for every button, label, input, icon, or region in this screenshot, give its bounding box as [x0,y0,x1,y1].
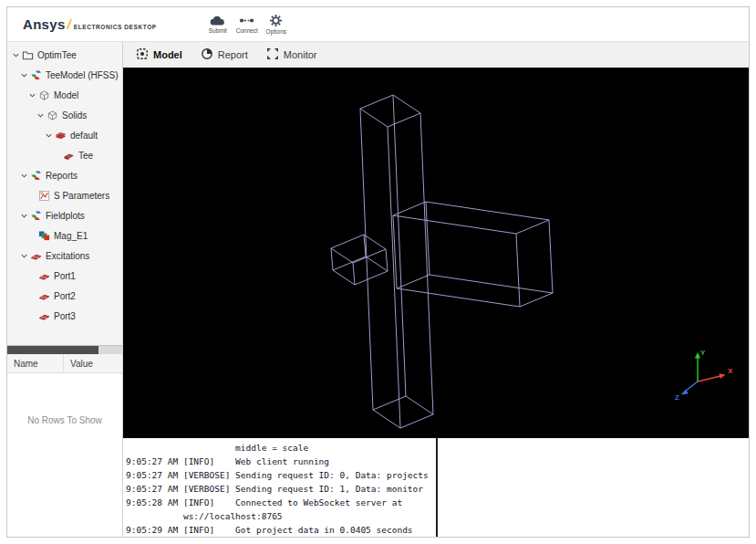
folder-icon [21,49,35,61]
submit-label: Submit [209,27,227,34]
scrollbar-thumb[interactable] [7,346,98,354]
tree-item-model[interactable]: Model [7,85,122,105]
logo-brand-text: Ansys [23,16,66,32]
tree-item-optimtee[interactable]: OptimTee [7,45,122,65]
tree-item-label: Fieldplots [46,211,85,221]
tree-item-label: OptimTee [37,50,77,60]
tree-item-fieldplots[interactable]: Fieldplots [7,205,122,225]
fieldplots-icon [29,210,43,222]
tab-model[interactable]: Model [128,42,191,68]
app-window: Ansys / ELECTRONICS DESKTOP Submit Conne… [6,6,750,538]
model-icon [136,47,149,62]
tree-item-excitations[interactable]: Excitations [7,246,122,266]
properties-empty-state: No Rows To Show [7,373,122,537]
console-log[interactable]: middle = scale9:05:27 AM [INFO] Web clie… [123,438,438,537]
fieldplot-icon [37,230,51,242]
gear-icon [269,14,283,27]
tree-item-tee[interactable]: Tee [7,145,122,165]
tree-item-label: Solids [62,110,87,120]
chevron-down-icon[interactable] [19,252,29,260]
connect-label: Connect [236,27,258,34]
tree-horizontal-scrollbar[interactable] [7,346,122,354]
tree-item-port1[interactable]: Port1 [7,266,122,286]
solids-icon [46,110,59,121]
port-icon [37,290,51,302]
options-label: Options [266,28,286,35]
logo-product-text: ELECTRONICS DESKTOP [74,24,157,30]
tree-item-label: Port1 [54,271,76,281]
chevron-down-icon[interactable] [11,51,21,59]
value-column-header: Value [64,354,93,372]
port-icon [37,270,51,282]
z-axis-label: Z [675,393,679,402]
tree-item-port2[interactable]: Port2 [7,286,122,306]
3d-viewport[interactable]: Y X Z [123,68,749,438]
properties-panel: Name Value No Rows To Show [7,345,122,537]
tree-item-label: TeeModel (HFSS) [46,70,118,80]
tree-item-label: Reports [46,171,78,181]
ansys-logo: Ansys / ELECTRONICS DESKTOP [7,16,157,32]
console-log-line: 9:05:28 AM [INFO] Connected to WebSocket… [126,496,436,509]
tree-item-label: Port3 [54,311,76,321]
monitor-frame-icon [266,47,279,62]
tab-monitor-label: Monitor [284,49,317,60]
app-header: Ansys / ELECTRONICS DESKTOP Submit Conne… [7,7,749,42]
tree-item-default[interactable]: default [7,125,122,145]
main-area: Model Report Monitor Y [123,42,749,537]
x-axis-label: X [728,367,733,375]
properties-header: Name Value [7,354,122,373]
console-log-line: ws://localhost:8765 [126,509,436,523]
view-tabbar: Model Report Monitor [123,42,749,68]
tree-item-mag-e1[interactable]: Mag_E1 [7,225,122,246]
design-icon [29,69,43,81]
tab-report[interactable]: Report [192,42,256,68]
tree-item-label: Excitations [46,251,89,261]
tab-monitor[interactable]: Monitor [258,42,326,68]
chevron-down-icon[interactable] [44,131,54,140]
tree-item-reports[interactable]: Reports [7,165,122,185]
chevron-down-icon[interactable] [19,172,29,180]
chevron-down-icon[interactable] [19,212,29,220]
tree-item-port3[interactable]: Port3 [7,306,122,326]
console-right-pane [438,438,749,537]
orientation-axes: Y X Z [675,349,733,402]
y-axis-label: Y [700,349,706,357]
tree-item-teemodel-hfss[interactable]: TeeModel (HFSS) [7,65,122,85]
tree-item-label: default [70,131,98,141]
console-log-line: 9:05:27 AM [VERBOSE] Sending request ID:… [126,468,436,482]
submit-button[interactable]: Submit [204,15,232,34]
options-button[interactable]: Options [263,14,290,35]
no-rows-text: No Rows To Show [27,415,102,537]
excitations-icon [29,250,43,262]
geometry-icon [37,89,51,101]
tree-item-label: Mag_E1 [54,231,88,241]
project-tree: OptimTeeTeeModel (HFSS)ModelSolidsdefaul… [7,42,122,345]
console-log-line: 9:05:29 AM [INFO] Got project data in 0.… [126,523,436,537]
chevron-down-icon[interactable] [36,111,46,120]
port-icon [37,310,51,322]
solid-icon [62,150,76,162]
x-axis-arrow [720,373,726,379]
tree-item-solids[interactable]: Solids [7,105,122,125]
material-icon [54,130,67,141]
reports-icon [29,170,43,182]
console-log-line: 9:05:27 AM [INFO] Web client running [126,455,436,468]
tree-item-label: S Parameters [54,191,109,201]
logo-slash: / [67,16,71,32]
tree-item-label: Model [54,90,78,100]
plug-icon [239,15,254,26]
sparameters-icon [37,190,51,202]
report-pie-icon [201,47,213,62]
connect-button[interactable]: Connect [233,15,261,34]
tree-item-s-parameters[interactable]: S Parameters [7,185,122,205]
console-log-line: middle = scale [126,441,436,455]
cloud-upload-icon [210,15,225,26]
name-column-header: Name [7,354,64,372]
tree-item-label: Tee [78,151,93,161]
chevron-down-icon[interactable] [19,71,29,79]
project-tree-panel: OptimTeeTeeModel (HFSS)ModelSolidsdefaul… [7,42,123,537]
header-toolbar: Submit Connect Options [204,14,290,35]
tab-model-label: Model [153,49,182,60]
chevron-down-icon[interactable] [27,91,37,99]
console-log-line: 9:05:27 AM [VERBOSE] Sending request ID:… [126,482,436,496]
